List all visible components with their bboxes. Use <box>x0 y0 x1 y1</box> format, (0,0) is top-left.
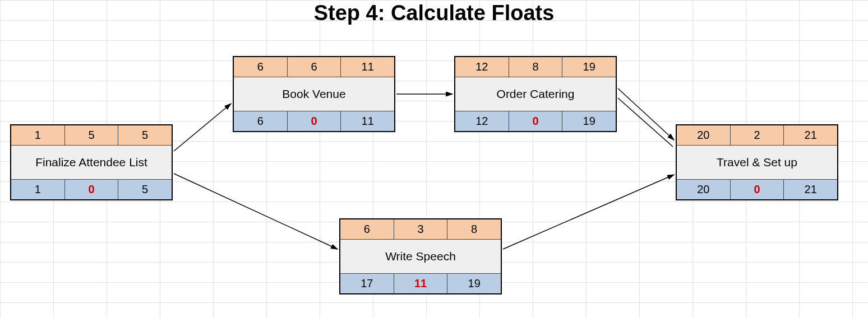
ef-value: 5 <box>118 125 172 145</box>
es-value: 12 <box>455 57 509 77</box>
duration-value: 6 <box>287 57 341 77</box>
es-value: 6 <box>234 57 287 77</box>
node-book-venue: 6 6 11 Book Venue 6 0 11 <box>233 56 395 132</box>
ef-value: 21 <box>783 125 837 145</box>
lf-value: 5 <box>118 180 172 199</box>
node-order-catering: 12 8 19 Order Catering 12 0 19 <box>454 56 617 132</box>
ls-value: 17 <box>340 274 394 293</box>
duration-value: 5 <box>64 125 118 145</box>
lf-value: 19 <box>562 111 616 131</box>
activity-name: Order Catering <box>455 77 616 111</box>
es-value: 1 <box>11 125 64 145</box>
float-value: 0 <box>730 180 784 199</box>
activity-name: Book Venue <box>234 77 394 111</box>
ls-value: 1 <box>11 180 64 199</box>
duration-value: 8 <box>509 57 562 77</box>
activity-name: Write Speech <box>340 240 501 273</box>
lf-value: 19 <box>447 274 501 293</box>
float-value: 0 <box>509 111 562 131</box>
lf-value: 21 <box>783 180 837 199</box>
es-value: 20 <box>677 125 730 145</box>
node-finalize-attendee-list: 1 5 5 Finalize Attendee List 1 0 5 <box>10 124 173 200</box>
ef-value: 19 <box>562 57 616 77</box>
float-value: 0 <box>64 180 118 199</box>
float-value: 11 <box>394 274 447 293</box>
duration-value: 2 <box>730 125 784 145</box>
es-value: 6 <box>340 219 394 239</box>
ef-value: 8 <box>447 219 501 239</box>
node-travel-set-up: 20 2 21 Travel & Set up 20 0 21 <box>676 124 838 200</box>
activity-name: Travel & Set up <box>677 146 837 179</box>
ls-value: 6 <box>234 111 287 131</box>
node-write-speech: 6 3 8 Write Speech 17 11 19 <box>339 218 502 294</box>
activity-name: Finalize Attendee List <box>11 146 172 179</box>
ls-value: 12 <box>455 111 509 131</box>
duration-value: 3 <box>394 219 447 239</box>
ls-value: 20 <box>677 180 730 199</box>
diagram-title: Step 4: Calculate Floats <box>0 1 868 25</box>
ef-value: 11 <box>340 57 394 77</box>
lf-value: 11 <box>340 111 394 131</box>
float-value: 0 <box>287 111 341 131</box>
